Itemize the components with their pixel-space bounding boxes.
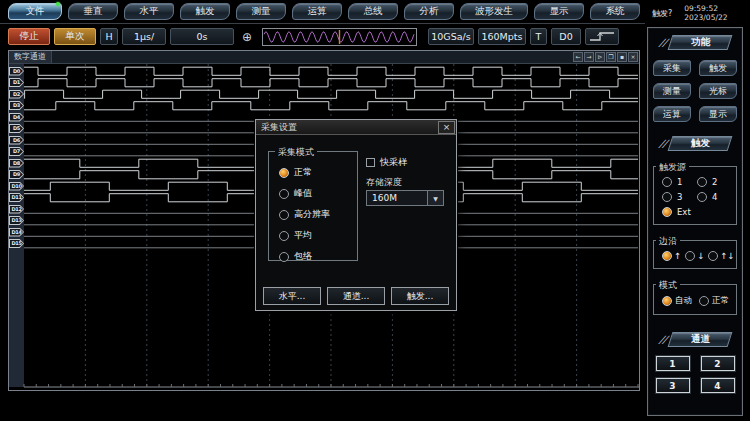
channel-1-button[interactable]: 1: [656, 356, 690, 371]
channel-more-button[interactable]: 通道...: [327, 287, 385, 305]
memory-depth-dropdown[interactable]: 160M ▼: [366, 190, 444, 206]
channel-section-header[interactable]: ∕∕ 通道: [660, 332, 730, 347]
close-icon[interactable]: ×: [628, 52, 638, 62]
sidebar-display-button[interactable]: 显示: [699, 106, 737, 122]
menu-item-math[interactable]: 运算: [292, 3, 342, 20]
edge-radio-rising[interactable]: ↑: [662, 251, 681, 261]
menu-item-wavegen[interactable]: 波形发生: [460, 3, 528, 20]
trigger-section-header[interactable]: ∕∕ 触发: [660, 136, 730, 151]
sidebar-math-button[interactable]: 运算: [653, 106, 691, 122]
trigger-mode-group: 模式 自动 正常: [653, 284, 737, 315]
channel-4-button[interactable]: 4: [701, 378, 735, 393]
trigger-mode-option-label: 正常: [712, 295, 729, 307]
fast-sample-checkbox[interactable]: 快采样: [366, 156, 407, 169]
trigger-more-button[interactable]: 触发...: [391, 287, 449, 305]
mode-radio-envelope[interactable]: 包络: [279, 250, 357, 263]
move-right-icon[interactable]: →: [584, 52, 594, 62]
source-radio-3[interactable]: 3: [662, 192, 695, 202]
edge-option-label: ↓: [697, 251, 704, 261]
horizontal-button[interactable]: H: [100, 28, 118, 45]
menu-bar: 文件 垂直 水平 触发 测量 运算 总线 分析 波形发生 显示 系统: [0, 0, 645, 24]
trigger-source-button[interactable]: D0: [551, 28, 581, 45]
mode-radio-average[interactable]: 平均: [279, 229, 357, 242]
edge-radio-both[interactable]: ↑↓: [708, 251, 734, 261]
acquisition-toolbar: 停止 单次 H 1μs/ 0s ⊕ 10GSa/s 160Mpts T D0: [0, 25, 645, 48]
sidebar-trigger-button[interactable]: 触发: [699, 60, 737, 76]
menu-item-system[interactable]: 系统: [590, 3, 640, 20]
menu-item-vertical[interactable]: 垂直: [68, 3, 118, 20]
sample-rate-badge: 10GSa/s: [428, 28, 474, 45]
move-left-icon[interactable]: ←: [573, 52, 583, 62]
source-label: 3: [677, 192, 682, 202]
menu-item-analyze[interactable]: 分析: [404, 3, 454, 20]
mode-label: 平均: [294, 229, 312, 242]
function-section-header[interactable]: ∕∕ 功能: [660, 35, 730, 50]
minimize-icon[interactable]: ▪: [617, 52, 627, 62]
dialog-titlebar[interactable]: 采集设置 ×: [256, 120, 456, 135]
mode-radio-normal-trig[interactable]: 正常: [699, 295, 729, 307]
rising-edge-icon[interactable]: [585, 28, 619, 45]
channel-tag-label: D8: [10, 160, 23, 167]
restore-icon[interactable]: ❐: [606, 52, 616, 62]
horizontal-offset-button[interactable]: 0s: [170, 28, 234, 45]
slashes-icon: ∕∕: [658, 138, 668, 149]
channel-tag-label: D2: [10, 91, 23, 98]
status-area: 触发? 09:59:52 2023/05/22: [646, 2, 748, 24]
date-text: 2023/05/22: [684, 13, 727, 22]
radio-icon: [279, 168, 289, 178]
menu-item-trigger[interactable]: 触发: [180, 3, 230, 20]
single-button[interactable]: 单次: [54, 28, 96, 45]
radio-icon: [708, 251, 718, 261]
acquisition-mode-group: 采集模式 正常 峰值 高分辨率 平均 包络: [268, 151, 358, 261]
source-radio-4[interactable]: 4: [697, 192, 730, 202]
trigger-button[interactable]: T: [530, 28, 547, 45]
depth-label: 存储深度: [366, 176, 402, 189]
horizontal-more-button[interactable]: 水平...: [263, 287, 321, 305]
mode-radio-highres[interactable]: 高分辨率: [279, 208, 357, 221]
sidebar-cursor-button[interactable]: 光标: [699, 83, 737, 99]
channel-3-button[interactable]: 3: [656, 378, 690, 393]
source-label: 2: [712, 177, 717, 187]
mode-radio-auto[interactable]: 自动: [662, 295, 692, 307]
active-indicator-dot: [56, 2, 60, 6]
acquisition-mode-label: 采集模式: [275, 146, 317, 159]
sidebar-acquire-button[interactable]: 采集: [653, 60, 691, 76]
source-radio-1[interactable]: 1: [662, 177, 695, 187]
menu-item-file-label: 文件: [26, 5, 45, 18]
channel-tag-label: D9: [10, 171, 23, 178]
source-radio-2[interactable]: 2: [697, 177, 730, 187]
mode-radio-normal[interactable]: 正常: [279, 166, 357, 179]
menu-item-display[interactable]: 显示: [534, 3, 584, 20]
horizontal-preview-strip: [262, 28, 417, 46]
channel-header-label: 通道: [690, 333, 709, 346]
menu-item-horizontal[interactable]: 水平: [124, 3, 174, 20]
stop-button[interactable]: 停止: [8, 28, 50, 45]
right-sidebar: ∕∕ 功能 采集 触发 测量 光标 运算 显示 ∕∕ 触发 触发源 1 2 3: [647, 27, 743, 416]
channel-2-button[interactable]: 2: [701, 356, 735, 371]
trigger-header-label: 触发: [690, 137, 709, 150]
dialog-close-icon[interactable]: ×: [438, 121, 455, 134]
channel-tag-label: D15: [10, 240, 23, 247]
channel-tag-label: D1: [10, 79, 23, 86]
edge-label: 边沿: [656, 235, 680, 248]
function-header-label: 功能: [690, 36, 709, 49]
channel-tag-label: D0: [10, 68, 23, 75]
menu-item-measure[interactable]: 测量: [236, 3, 286, 20]
mode-radio-peak[interactable]: 峰值: [279, 187, 357, 200]
sidebar-measure-button[interactable]: 测量: [653, 83, 691, 99]
zoom-icon[interactable]: ⊕: [238, 30, 256, 44]
menu-item-file[interactable]: 文件: [8, 3, 62, 20]
edge-radio-falling[interactable]: ↓: [685, 251, 704, 261]
channel-tag-label: D4: [10, 114, 23, 121]
channel-tag-label: D13: [10, 217, 23, 224]
channel-tag-label: D3: [10, 102, 23, 109]
detach-icon[interactable]: ⊳: [595, 52, 605, 62]
source-label: Ext: [677, 207, 691, 217]
wave-panel-titlebar: 数字通道 ← → ⊳ ❐ ▪ ×: [9, 51, 639, 64]
source-radio-ext[interactable]: Ext: [662, 207, 730, 217]
mode-label: 正常: [294, 166, 312, 179]
timebase-button[interactable]: 1μs/: [122, 28, 166, 45]
channel-tag-label: D6: [10, 137, 23, 144]
menu-item-bus[interactable]: 总线: [348, 3, 398, 20]
radio-icon: [279, 189, 289, 199]
